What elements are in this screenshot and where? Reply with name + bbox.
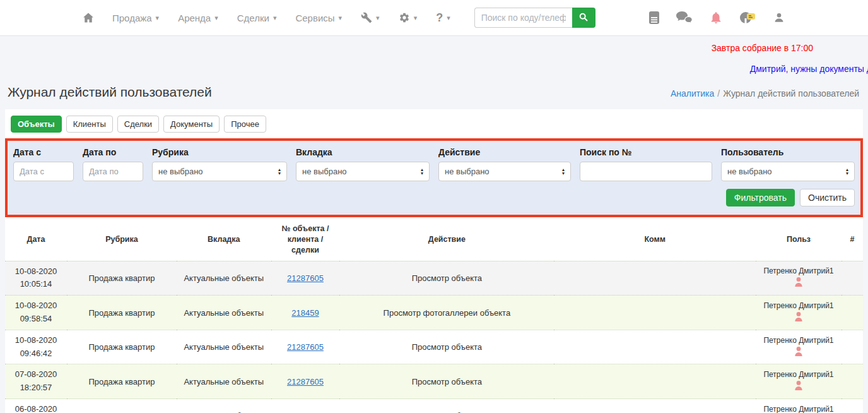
global-search [474, 8, 595, 28]
clear-button[interactable]: Очистить [800, 189, 855, 206]
cell-rubric: Продажа квартир [67, 330, 177, 364]
page-title: Журнал действий пользователей [8, 85, 212, 100]
cell-comment [554, 364, 756, 399]
cell-rubric: Продажа квартир [67, 364, 177, 399]
notifications-bell-icon[interactable] [709, 10, 723, 25]
cell-comment [554, 399, 756, 413]
cell-user: Петренко Дмитрий1 [756, 330, 842, 364]
chevron-down-icon: ▾ [414, 14, 418, 22]
action-label: Действие [438, 147, 571, 157]
select-arrows-icon: ▴▾ [278, 168, 281, 176]
search-button[interactable] [572, 8, 595, 28]
cell-date: 07-08-202018:20:57 [5, 364, 67, 399]
cell-tab: Актуальные объекты [177, 399, 271, 413]
chevron-down-icon: ▾ [156, 14, 160, 22]
wrench-icon [361, 12, 372, 23]
balance-coin-icon[interactable] [739, 10, 758, 25]
table-header-row: Дата Рубрика Вкладка № объекта / клиента… [5, 218, 863, 261]
messages-icon[interactable] [676, 10, 693, 25]
menu-help[interactable]: ? ▾ [436, 11, 450, 25]
table-row: 10-08-202010:05:14 Продажа квартир Актуа… [5, 261, 863, 296]
user-select[interactable]: не выбрано ▴▾ [721, 162, 855, 181]
cell-number: 211703603 [271, 399, 340, 413]
cell-number: 21287605 [271, 261, 340, 296]
cell-user: Петренко Дмитрий1 [756, 296, 842, 330]
tab-select[interactable]: не выбрано ▴▾ [296, 162, 430, 181]
cell-action: Просмотр объекта [339, 399, 554, 413]
select-arrows-icon: ▴▾ [562, 168, 565, 176]
date-to-label: Дата по [83, 147, 143, 157]
user-avatar-icon [793, 349, 804, 359]
breadcrumb-analytics-link[interactable]: Аналитика [671, 88, 714, 99]
cell-action: Просмотр объекта [339, 261, 554, 296]
chevron-down-icon: ▾ [376, 14, 380, 22]
object-number-link[interactable]: 21287605 [287, 377, 324, 386]
chevron-down-icon: ▾ [447, 14, 450, 22]
cell-date: 10-08-202009:58:54 [5, 296, 67, 330]
home-button[interactable] [82, 11, 95, 24]
menu-settings[interactable]: ▾ [399, 12, 418, 23]
menu-deals-label: Сделки [237, 13, 269, 23]
cell-comment [554, 261, 756, 296]
filter-user: Пользователь не выбрано ▴▾ [721, 147, 855, 181]
search-input[interactable] [474, 8, 572, 28]
cell-number: 218459 [271, 296, 340, 330]
menu-sales-label: Продажа [112, 13, 152, 23]
rubric-select[interactable]: не выбрано ▴▾ [152, 162, 287, 181]
col-rubric: Рубрика [67, 218, 177, 261]
breadcrumb: Аналитика/Журнал действий пользователей [671, 88, 859, 99]
action-select[interactable]: не выбрано ▴▾ [438, 162, 571, 181]
date-from-input[interactable] [13, 162, 74, 181]
tab-other[interactable]: Прочее [224, 116, 266, 133]
documents-announcement-link[interactable]: Дмитрий, нужны документы д [0, 64, 868, 74]
menu-services[interactable]: Сервисы ▾ [295, 13, 342, 23]
gear-icon [399, 12, 410, 23]
cell-rubric: Продажа квартир [67, 399, 177, 413]
menu-rent[interactable]: Аренда ▾ [178, 13, 218, 23]
cell-date: 10-08-202009:46:42 [5, 330, 67, 364]
rubric-label: Рубрика [152, 147, 287, 157]
tab-label: Вкладка [296, 147, 430, 157]
menu-deals[interactable]: Сделки ▾ [237, 13, 277, 23]
number-label: Поиск по № [580, 147, 712, 157]
number-search-input[interactable] [580, 162, 712, 181]
date-to-input[interactable] [83, 162, 143, 181]
cell-action: Просмотр объекта [339, 330, 554, 364]
cell-number: 21287605 [271, 330, 340, 364]
filters-panel: Дата с Дата по Рубрика не выбрано ▴▾ Вкл… [5, 138, 863, 217]
journal-icon[interactable] [648, 11, 660, 25]
object-number-link[interactable]: 218459 [291, 308, 319, 318]
object-number-link[interactable]: 21287605 [287, 273, 324, 283]
menu-tools[interactable]: ▾ [361, 12, 380, 23]
cell-tab: Актуальные объекты [177, 330, 271, 364]
table-row: 07-08-202018:20:57 Продажа квартир Актуа… [5, 364, 863, 399]
col-action: Действие [339, 218, 554, 261]
filter-button[interactable]: Фильтровать [726, 189, 795, 206]
cell-comment [554, 330, 756, 364]
title-row: Журнал действий пользователей Аналитика/… [8, 85, 859, 100]
tab-deals[interactable]: Сделки [117, 116, 159, 133]
home-icon [82, 11, 95, 24]
cell-hash [842, 330, 863, 364]
tab-objects[interactable]: Объекты [11, 116, 62, 133]
cell-date: 06-08-202012:38:02 [5, 399, 67, 413]
cell-hash [842, 296, 863, 330]
filter-date-to: Дата по [83, 147, 143, 181]
cell-rubric: Продажа квартир [67, 261, 177, 296]
filter-number: Поиск по № [580, 147, 712, 181]
cell-rubric: Продажа квартир [67, 296, 177, 330]
tab-documents[interactable]: Документы [163, 116, 220, 133]
chevron-down-icon: ▾ [339, 14, 343, 22]
object-number-link[interactable]: 21287605 [287, 342, 324, 352]
action-log-table: Дата Рубрика Вкладка № объекта / клиента… [5, 218, 863, 413]
col-tab: Вкладка [177, 218, 271, 261]
menu-sales[interactable]: Продажа ▾ [112, 13, 159, 23]
log-tabs: Объекты Клиенты Сделки Документы Прочее [5, 109, 863, 138]
profile-icon[interactable] [773, 11, 785, 24]
filter-action: Действие не выбрано ▴▾ [438, 147, 571, 181]
select-arrows-icon: ▴▾ [421, 168, 423, 176]
col-comment: Комм [554, 218, 756, 261]
top-navbar: Продажа ▾ Аренда ▾ Сделки ▾ Сервисы ▾ ▾ … [0, 0, 868, 36]
tab-clients[interactable]: Клиенты [66, 116, 113, 133]
filter-tab: Вкладка не выбрано ▴▾ [296, 147, 430, 181]
